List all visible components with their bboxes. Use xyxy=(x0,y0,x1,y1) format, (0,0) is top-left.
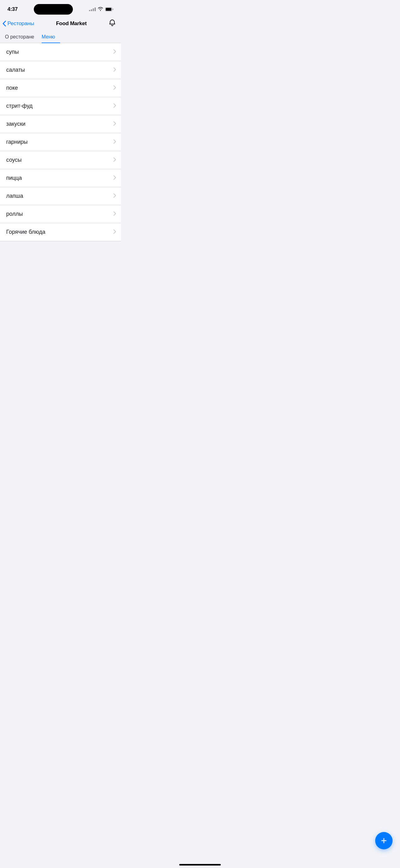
menu-item[interactable]: соусы xyxy=(0,151,121,169)
page-title: Food Market xyxy=(56,21,87,27)
chevron-right-icon xyxy=(113,85,116,91)
menu-item[interactable]: салаты xyxy=(0,61,121,79)
menu-item[interactable]: супы xyxy=(0,43,121,61)
menu-item[interactable]: стрит-фуд xyxy=(0,97,121,115)
menu-item-label: лапша xyxy=(6,193,23,199)
menu-item[interactable]: поке xyxy=(0,79,121,97)
menu-item-label: стрит-фуд xyxy=(6,103,33,109)
tabs-bar: О ресторане Меню xyxy=(0,30,121,43)
menu-item-label: роллы xyxy=(6,211,23,217)
menu-item[interactable]: Горячие блюда xyxy=(0,223,121,241)
wifi-icon xyxy=(98,6,103,12)
menu-item-label: поке xyxy=(6,85,18,91)
menu-item[interactable]: пицца xyxy=(0,169,121,187)
menu-item-label: пицца xyxy=(6,175,22,181)
menu-item-label: гарниры xyxy=(6,139,28,145)
menu-item[interactable]: лапша xyxy=(0,187,121,205)
back-label: Рестораны xyxy=(7,21,34,27)
chevron-right-icon xyxy=(113,67,116,73)
menu-item-label: салаты xyxy=(6,67,25,73)
chevron-right-icon xyxy=(113,49,116,55)
tab-menu[interactable]: Меню xyxy=(41,30,60,43)
tab-about[interactable]: О ресторане xyxy=(5,30,39,43)
menu-item-label: супы xyxy=(6,49,19,55)
menu-item[interactable]: закуски xyxy=(0,115,121,133)
status-icons xyxy=(89,6,113,12)
menu-item-label: соусы xyxy=(6,157,22,163)
chevron-right-icon xyxy=(113,103,116,109)
signal-icon xyxy=(89,7,96,11)
status-time: 4:37 xyxy=(7,6,18,12)
bottom-area xyxy=(0,241,121,310)
menu-item[interactable]: роллы xyxy=(0,205,121,223)
menu-list: супы салаты поке стрит-фуд xyxy=(0,43,121,241)
chevron-right-icon xyxy=(113,229,116,235)
svg-rect-1 xyxy=(106,8,111,11)
chevron-left-icon xyxy=(2,21,6,27)
back-button[interactable]: Рестораны xyxy=(2,21,34,27)
dynamic-island xyxy=(34,4,73,14)
chevron-right-icon xyxy=(113,121,116,127)
chevron-right-icon xyxy=(113,176,116,181)
chevron-right-icon xyxy=(113,193,116,199)
menu-item-label: Горячие блюда xyxy=(6,229,45,235)
nav-bar: Рестораны Food Market xyxy=(0,17,121,30)
chevron-right-icon xyxy=(113,211,116,217)
chevron-right-icon xyxy=(113,157,116,163)
notification-button[interactable] xyxy=(108,19,116,28)
battery-icon xyxy=(105,7,113,11)
menu-item[interactable]: гарниры xyxy=(0,133,121,151)
menu-item-label: закуски xyxy=(6,121,26,127)
status-bar: 4:37 xyxy=(0,0,121,17)
chevron-right-icon xyxy=(113,140,116,145)
bell-icon xyxy=(108,19,116,27)
